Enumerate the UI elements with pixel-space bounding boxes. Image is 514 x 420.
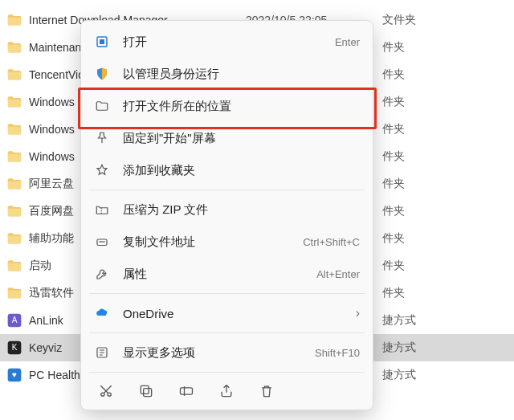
folder-icon bbox=[6, 149, 22, 165]
delete-icon[interactable] bbox=[258, 382, 275, 400]
menu-open-label: 打开 bbox=[123, 35, 335, 50]
menu-onedrive-label: OneDrive bbox=[123, 307, 351, 320]
shield-icon bbox=[94, 66, 110, 82]
folder-icon bbox=[6, 203, 22, 219]
svg-rect-7 bbox=[100, 39, 104, 44]
folder-icon bbox=[94, 98, 110, 114]
menu-properties-accel: Alt+Enter bbox=[316, 268, 360, 280]
file-type: 捷方式 bbox=[382, 313, 416, 328]
file-type: 件夹 bbox=[382, 95, 405, 109]
svg-point-11 bbox=[108, 393, 111, 396]
menu-add-favorites[interactable]: 添加到收藏夹 bbox=[81, 154, 373, 186]
svg-point-10 bbox=[101, 393, 104, 396]
menu-open[interactable]: 打开 Enter bbox=[81, 26, 373, 58]
star-icon bbox=[94, 162, 110, 178]
pin-icon bbox=[94, 130, 110, 146]
menu-separator bbox=[89, 372, 365, 373]
file-type: 捷方式 bbox=[382, 340, 416, 355]
file-type: 件夹 bbox=[382, 177, 405, 191]
file-type: 件夹 bbox=[382, 122, 405, 137]
menu-quick-actions bbox=[81, 376, 373, 405]
menu-separator bbox=[89, 293, 365, 294]
file-type: 件夹 bbox=[382, 149, 405, 164]
app-icon: A bbox=[6, 312, 22, 328]
open-icon bbox=[94, 34, 110, 50]
zip-icon bbox=[94, 202, 110, 218]
menu-run-admin-label: 以管理员身份运行 bbox=[123, 67, 360, 82]
context-menu: 打开 Enter 以管理员身份运行 打开文件所在的位置 固定到"开始"屏幕 添加… bbox=[80, 20, 373, 410]
file-type: 件夹 bbox=[382, 67, 405, 82]
cut-icon[interactable] bbox=[97, 382, 115, 400]
file-type: 件夹 bbox=[382, 204, 405, 218]
svg-text:K: K bbox=[12, 343, 18, 352]
menu-pin-start[interactable]: 固定到"开始"屏幕 bbox=[81, 122, 373, 154]
menu-zip[interactable]: 压缩为 ZIP 文件 bbox=[81, 194, 373, 226]
menu-pin-start-label: 固定到"开始"屏幕 bbox=[123, 131, 360, 146]
menu-add-fav-label: 添加到收藏夹 bbox=[123, 163, 360, 178]
menu-open-location[interactable]: 打开文件所在的位置 bbox=[81, 90, 373, 122]
svg-text:♥: ♥ bbox=[12, 370, 17, 379]
app-icon: ♥ bbox=[6, 367, 22, 383]
menu-run-admin[interactable]: 以管理员身份运行 bbox=[81, 58, 373, 90]
wrench-icon bbox=[94, 266, 110, 282]
menu-more-label: 显示更多选项 bbox=[123, 345, 315, 361]
onedrive-icon bbox=[94, 305, 110, 321]
folder-icon bbox=[6, 67, 22, 83]
file-type: 捷方式 bbox=[382, 368, 416, 382]
folder-icon bbox=[6, 230, 22, 247]
menu-separator bbox=[89, 190, 365, 190]
menu-properties-label: 属性 bbox=[123, 267, 316, 282]
menu-properties[interactable]: 属性 Alt+Enter bbox=[81, 258, 373, 290]
folder-icon bbox=[6, 176, 22, 192]
menu-more-accel: Shift+F10 bbox=[315, 347, 360, 359]
copy-icon[interactable] bbox=[137, 382, 155, 400]
file-type: 文件夹 bbox=[382, 13, 416, 27]
folder-icon bbox=[6, 258, 22, 274]
more-icon bbox=[94, 345, 110, 361]
rename-icon[interactable] bbox=[177, 382, 195, 400]
share-icon[interactable] bbox=[218, 382, 235, 400]
svg-rect-8 bbox=[97, 239, 107, 246]
menu-separator bbox=[89, 332, 365, 333]
folder-icon bbox=[6, 39, 22, 55]
chevron-right-icon: › bbox=[351, 306, 360, 320]
copy-path-icon bbox=[94, 234, 110, 250]
file-type: 件夹 bbox=[382, 231, 405, 246]
file-type: 件夹 bbox=[382, 40, 405, 55]
app-icon: K bbox=[6, 340, 22, 356]
folder-icon bbox=[6, 285, 22, 301]
file-type: 件夹 bbox=[382, 286, 405, 300]
file-type: 件夹 bbox=[382, 259, 405, 273]
menu-zip-label: 压缩为 ZIP 文件 bbox=[123, 202, 360, 218]
folder-icon bbox=[6, 12, 22, 28]
svg-text:A: A bbox=[12, 316, 18, 324]
menu-copy-path-label: 复制文件地址 bbox=[123, 234, 303, 250]
menu-copy-path-accel: Ctrl+Shift+C bbox=[303, 236, 360, 248]
menu-open-accel: Enter bbox=[335, 36, 360, 48]
folder-icon bbox=[6, 121, 22, 137]
svg-rect-12 bbox=[144, 389, 152, 397]
svg-rect-13 bbox=[141, 385, 149, 393]
menu-open-location-label: 打开文件所在的位置 bbox=[123, 99, 360, 114]
folder-icon bbox=[6, 94, 22, 110]
menu-copy-path[interactable]: 复制文件地址 Ctrl+Shift+C bbox=[81, 226, 373, 258]
svg-rect-14 bbox=[181, 388, 193, 394]
menu-onedrive[interactable]: OneDrive › bbox=[81, 297, 373, 329]
menu-more-options[interactable]: 显示更多选项 Shift+F10 bbox=[81, 336, 373, 369]
